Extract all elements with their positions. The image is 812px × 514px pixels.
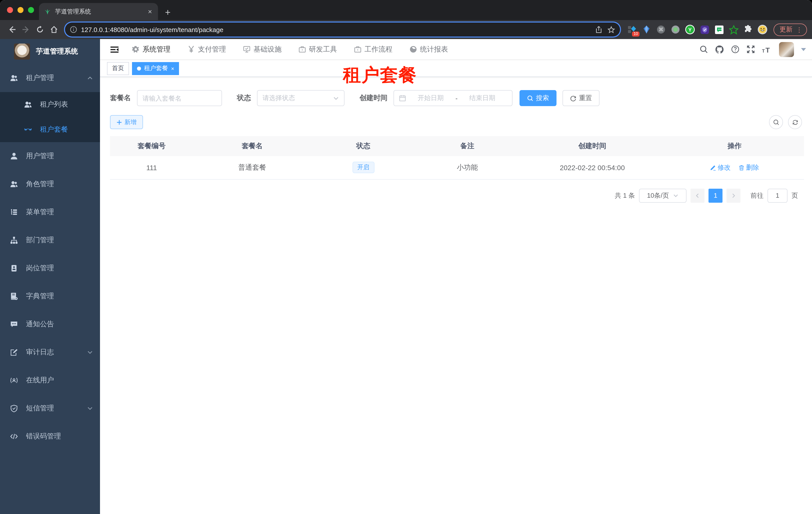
date-start-placeholder[interactable]: 开始日期 (406, 93, 456, 103)
sidebar-item-notice[interactable]: 通知公告 (0, 310, 100, 338)
browser-toolbar: 127.0.0.1:48080/admin-ui/system/tenant/p… (0, 20, 812, 39)
app-logo-image (14, 44, 30, 59)
sidebar-item-audit-log[interactable]: 审计日志 (0, 338, 100, 367)
help-icon[interactable] (731, 45, 740, 54)
extension-y-icon[interactable]: Y (685, 25, 695, 34)
next-page-button[interactable] (726, 188, 741, 202)
extension-shield-icon[interactable] (699, 25, 709, 34)
sidebar-item-dept-management[interactable]: 部门管理 (0, 226, 100, 254)
font-size-icon[interactable]: TT (762, 45, 772, 53)
reset-button[interactable]: 重置 (562, 90, 600, 106)
status-badge: 开启 (352, 162, 374, 173)
package-name-input[interactable] (143, 94, 216, 102)
filter-date-label: 创建时间 (359, 93, 387, 103)
status-select[interactable]: 请选择状态 (257, 90, 345, 106)
fullscreen-icon[interactable] (747, 45, 755, 54)
tab-title: 芋道管理系统 (55, 7, 147, 16)
tag-home[interactable]: 首页 (107, 62, 129, 75)
search-icon (773, 119, 779, 125)
tag-label: 租户套餐 (144, 64, 168, 73)
delete-link[interactable]: 删除 (738, 163, 759, 172)
sidebar-item-post-management[interactable]: 岗位管理 (0, 254, 100, 282)
extension-tabs-icon[interactable]: 10 (627, 25, 637, 34)
page-content: 套餐名 状态 请选择状态 创建时间 开始日期 - (100, 77, 812, 514)
sidebar-item-error-code[interactable]: 错误码管理 (0, 423, 100, 451)
nav-item-reports[interactable]: 统计报表 (409, 45, 448, 54)
extension-star-icon[interactable] (728, 25, 738, 34)
browser-tab[interactable]: 芋道管理系统 × (39, 3, 158, 20)
maximize-window-button[interactable] (28, 7, 34, 13)
browser-update-button[interactable]: 更新 ⋮ (774, 23, 807, 36)
nav-item-payment[interactable]: 支付管理 (187, 45, 226, 54)
tenant-package-icon (24, 126, 32, 134)
app-navbar: 系统管理 支付管理 基础设施 (100, 39, 812, 60)
browser-menu-kebab-icon[interactable]: ⋮ (796, 26, 803, 33)
close-window-button[interactable] (7, 7, 13, 13)
new-tab-button[interactable]: + (165, 7, 171, 17)
app-logo-row[interactable]: 芋道管理系统 (0, 39, 100, 64)
chevron-down-icon (87, 405, 93, 411)
nav-item-workflow[interactable]: 工作流程 (354, 45, 393, 54)
sidebar-item-role-management[interactable]: 角色管理 (0, 170, 100, 198)
prev-page-button[interactable] (691, 188, 704, 202)
search-icon[interactable] (699, 45, 708, 54)
sidebar-item-menu-management[interactable]: 菜单管理 (0, 198, 100, 226)
nav-item-infrastructure[interactable]: 基础设施 (243, 45, 282, 54)
date-separator: - (456, 94, 458, 102)
search-button[interactable]: 搜索 (520, 90, 556, 106)
online-user-icon (10, 376, 18, 384)
edit-link[interactable]: 修改 (710, 163, 730, 172)
share-icon[interactable] (595, 26, 603, 33)
extension-chat-icon[interactable] (714, 25, 724, 34)
nav-item-system[interactable]: 系统管理 (132, 45, 171, 54)
user-avatar[interactable] (779, 42, 794, 57)
tag-label: 首页 (112, 64, 124, 73)
nav-item-label: 支付管理 (198, 45, 226, 54)
sidebar-item-tenant-package[interactable]: 租户套餐 (0, 117, 100, 142)
show-search-button[interactable] (769, 115, 783, 129)
page-size-select[interactable]: 10条/页 (639, 188, 687, 202)
sidebar-item-online-users[interactable]: 在线用户 (0, 367, 100, 395)
peoples-icon (24, 101, 32, 109)
current-page-button[interactable]: 1 (708, 188, 723, 202)
extensions-puzzle-icon[interactable] (743, 25, 753, 34)
date-range-picker[interactable]: 开始日期 - 结束日期 (394, 90, 513, 106)
status-select-placeholder: 请选择状态 (262, 93, 295, 103)
sidebar-collapse-icon[interactable] (106, 41, 123, 58)
back-icon[interactable] (5, 23, 19, 36)
svg-text:T: T (765, 46, 770, 53)
log-edit-icon (10, 348, 18, 356)
github-icon[interactable] (715, 45, 724, 54)
extension-y-label: Y (688, 27, 692, 32)
date-end-placeholder[interactable]: 结束日期 (458, 93, 507, 103)
sidebar-item-sms-management[interactable]: 短信管理 (0, 395, 100, 423)
goto-page-input[interactable] (767, 188, 787, 202)
nav-item-dev-tools[interactable]: 研发工具 (298, 45, 337, 54)
sidebar-item-tenant-management[interactable]: 租户管理 (0, 64, 100, 92)
extension-command-icon[interactable]: ⌘ (656, 25, 666, 34)
url-text[interactable]: 127.0.0.1:48080/admin-ui/system/tenant/p… (81, 26, 590, 33)
tag-tenant-package[interactable]: 租户套餐 × (132, 62, 179, 75)
url-bar[interactable]: 127.0.0.1:48080/admin-ui/system/tenant/p… (65, 23, 620, 36)
cell-package-id: 111 (110, 156, 193, 179)
sidebar-item-label: 审计日志 (26, 348, 87, 357)
tag-close-icon[interactable]: × (171, 65, 174, 71)
sidebar-item-user-management[interactable]: 用户管理 (0, 142, 100, 170)
site-info-icon[interactable] (70, 26, 77, 33)
reload-icon[interactable] (33, 23, 47, 36)
add-button[interactable]: 新增 (110, 115, 143, 129)
minimize-window-button[interactable] (18, 7, 24, 13)
shield-check-icon (10, 404, 18, 412)
tags-view: 首页 租户套餐 × (100, 60, 812, 77)
sidebar-item-dict-management[interactable]: 字典管理 (0, 282, 100, 310)
profile-emoji-icon[interactable] (757, 25, 767, 34)
tab-close-icon[interactable]: × (147, 7, 153, 16)
forward-icon[interactable] (19, 23, 33, 36)
avatar-caret-icon[interactable] (801, 48, 806, 51)
refresh-table-button[interactable] (788, 115, 802, 129)
extension-gem-icon[interactable] (641, 25, 651, 34)
home-icon[interactable] (47, 23, 61, 36)
sidebar-item-tenant-list[interactable]: 租户列表 (0, 92, 100, 117)
extension-gray-green-icon[interactable] (670, 25, 680, 34)
bookmark-star-icon[interactable] (608, 26, 615, 33)
